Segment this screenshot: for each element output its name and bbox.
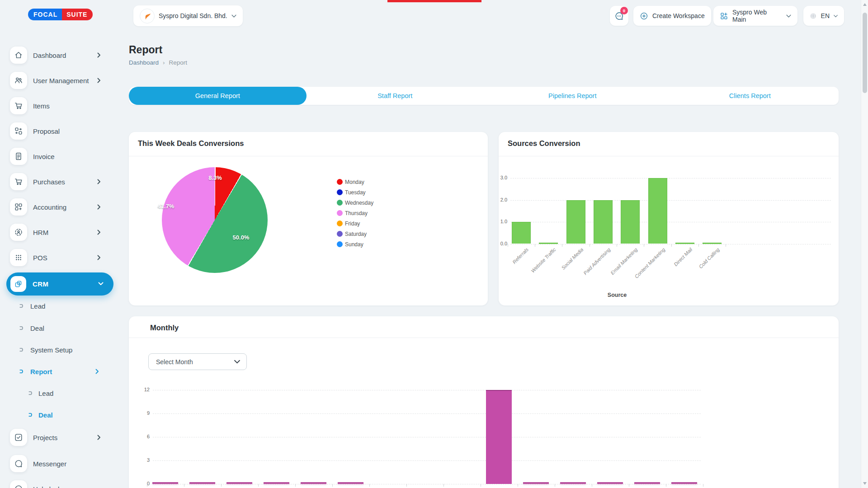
chat-badge: 0: [620, 7, 628, 14]
monthly-bar-13: [634, 482, 660, 484]
sidebar-item-crm[interactable]: CRM: [6, 272, 113, 296]
x-axis-tick: [443, 484, 444, 487]
x-axis-tick: [406, 484, 407, 487]
sidebar-item-label: Messenger: [33, 460, 66, 468]
window-scrollbar[interactable]: [861, 0, 868, 488]
accounting-icon: [10, 198, 27, 216]
crm-icon: [10, 276, 26, 292]
sidebar-item-label: Report: [30, 368, 52, 375]
globe-icon: [810, 12, 817, 20]
x-axis-tick: [295, 484, 296, 487]
legend-item-saturday[interactable]: Saturday: [337, 229, 373, 239]
sidebar-item-deal[interactable]: Deal: [0, 319, 115, 337]
sidebar-item-user-management[interactable]: User Management: [0, 70, 115, 91]
sources-bar-3: [594, 200, 613, 244]
sidebar-item-proposal[interactable]: Proposal: [0, 120, 115, 142]
chevron-right-icon: [97, 179, 101, 184]
scroll-down-arrow-icon[interactable]: [863, 482, 867, 485]
chevron-down-icon: [234, 360, 240, 364]
sidebar-item-label: Deal: [30, 324, 44, 332]
y-axis-tick-label: 2.0: [492, 197, 507, 202]
y-axis-tick-label: 9: [135, 410, 150, 416]
y-axis-tick-label: 3: [135, 457, 150, 463]
x-axis-tick: [221, 484, 222, 487]
sidebar-item-label: POS: [33, 254, 47, 262]
legend-item-monday[interactable]: Monday: [337, 177, 373, 187]
sources-bar-0: [512, 222, 531, 244]
sidebar-item-accounting[interactable]: Accounting: [0, 196, 115, 218]
sidebar-item-label: Projects: [33, 434, 57, 441]
scrollbar-thumb[interactable]: [863, 13, 867, 93]
invoice-icon: [10, 148, 27, 165]
sidebar-item-lead-sub[interactable]: Lead: [0, 384, 115, 402]
scroll-up-arrow-icon[interactable]: [863, 3, 867, 6]
chevron-down-icon: [786, 14, 791, 18]
sidebar-item-label: Deal: [38, 411, 53, 419]
sources-bar-5: [648, 178, 667, 244]
x-axis-tick: [617, 244, 617, 247]
sidebar-item-messenger[interactable]: Messenger: [0, 453, 115, 474]
legend-item-thursday[interactable]: Thursday: [337, 208, 373, 218]
sidebar-item-lead[interactable]: Lead: [0, 297, 115, 315]
workspace-selector[interactable]: Syspro Web Main: [713, 6, 797, 26]
x-axis-tick: [703, 484, 703, 487]
chevron-right-icon: [97, 78, 101, 83]
create-workspace-button[interactable]: Create Workspace: [633, 6, 711, 26]
x-axis-tick: [481, 484, 481, 487]
sources-bar-4: [621, 200, 640, 244]
tab-clients-report[interactable]: Clients Report: [661, 87, 839, 105]
legend-dot-icon: [337, 241, 343, 247]
legend-item-sunday[interactable]: Sunday: [337, 239, 373, 249]
monthly-card-title: Monthly: [150, 324, 179, 332]
sidebar-item-helpdesk[interactable]: Helpdesk: [0, 478, 115, 488]
monthly-card: Monthly Select Month 129630: [129, 316, 839, 488]
sidebar-item-invoice[interactable]: Invoice: [0, 145, 115, 167]
pie-legend: MondayTuesdayWednesdayThursdayFridaySatu…: [337, 177, 373, 249]
tab-staff-report[interactable]: Staff Report: [307, 87, 484, 105]
company-selector[interactable]: Syspro Digital Sdn. Bhd.: [133, 5, 243, 26]
x-axis-tick: [369, 484, 370, 487]
sidebar-item-items[interactable]: Items: [0, 95, 115, 117]
breadcrumb-dashboard-link[interactable]: Dashboard: [129, 59, 159, 66]
language-selector[interactable]: EN: [803, 6, 844, 26]
sidebar-item-dashboard[interactable]: Dashboard: [0, 44, 115, 66]
users-icon: [10, 72, 27, 89]
sidebar-item-system-setup[interactable]: System Setup: [0, 341, 115, 359]
x-axis-tick: [508, 244, 508, 247]
sources-category-label: Paid Advertising: [582, 247, 611, 276]
gridline: [153, 460, 701, 461]
breadcrumb: Dashboard › Report: [129, 59, 187, 66]
gridline: [153, 413, 701, 414]
x-axis-tick: [666, 484, 666, 487]
sidebar-item-pos[interactable]: POS: [0, 247, 115, 268]
bullet-icon: [28, 391, 32, 395]
sidebar-item-purchases[interactable]: Purchases: [0, 171, 115, 192]
legend-item-wednesday[interactable]: Wednesday: [337, 197, 373, 208]
pie-slice-value-label: 50.0%: [233, 234, 250, 241]
messenger-icon: [10, 455, 27, 472]
tab-general-report[interactable]: General Report: [129, 87, 307, 105]
y-axis-tick-label: 0.0: [492, 241, 507, 246]
tab-pipelines-report[interactable]: Pipelines Report: [484, 87, 661, 105]
sidebar-item-deal-sub[interactable]: Deal: [0, 406, 115, 424]
pie-slice-value-label: 41.7%: [158, 203, 175, 210]
cart-icon: [10, 173, 27, 190]
helpdesk-icon: [10, 480, 27, 488]
gridline: [510, 222, 831, 222]
sidebar-item-hrm[interactable]: HRM: [0, 221, 115, 243]
month-select-dropdown[interactable]: Select Month: [148, 353, 247, 370]
sources-category-label: Cold Calling: [698, 247, 720, 269]
gridline: [510, 244, 831, 244]
x-axis-tick: [671, 244, 672, 247]
top-red-strip: [387, 0, 481, 2]
sources-conversion-card: Sources Conversion 3.02.01.00.0Referrals…: [499, 132, 839, 305]
sources-category-label: Social Media: [560, 247, 584, 271]
legend-item-friday[interactable]: Friday: [337, 218, 373, 229]
legend-item-tuesday[interactable]: Tuesday: [337, 187, 373, 197]
divider: [499, 156, 839, 156]
monthly-bar-2: [226, 482, 252, 484]
sidebar-item-projects[interactable]: Projects: [0, 427, 115, 448]
weekly-deals-pie-chart: [162, 167, 268, 273]
chevron-down-icon: [834, 14, 838, 18]
sidebar-item-report[interactable]: Report: [0, 362, 115, 380]
